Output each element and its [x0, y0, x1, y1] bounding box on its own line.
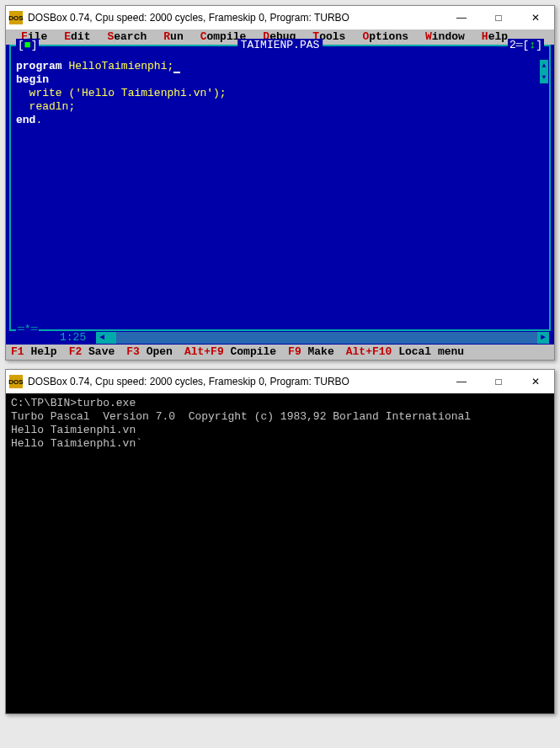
editor-filename: TAIMIENP.PAS — [237, 39, 323, 52]
console-line: C:\TP\BIN>turbo.exe — [11, 397, 136, 409]
code-editor[interactable]: program HelloTaimienphi; begin write ('H… — [11, 60, 549, 329]
vertical-scrollbar[interactable]: ▲ ▼ — [540, 60, 548, 328]
close-button[interactable]: ✕ — [517, 370, 554, 393]
menu-window[interactable]: Window — [417, 30, 473, 44]
status-compile[interactable]: Alt+F9 Compile — [184, 345, 276, 359]
close-button[interactable]: ✕ — [517, 6, 554, 29]
maximize-button[interactable]: □ — [480, 6, 517, 29]
console-line: Hello Taimienphi.vn — [11, 424, 136, 436]
status-localmenu[interactable]: Alt+F10 Local menu — [346, 345, 464, 359]
minimize-button[interactable]: — — [443, 6, 480, 29]
minimize-button[interactable]: — — [443, 370, 480, 393]
menu-run[interactable]: Run — [155, 30, 191, 44]
console-output[interactable]: C:\TP\BIN>turbo.exe Turbo Pascal Version… — [6, 393, 554, 713]
menu-options[interactable]: Options — [354, 30, 417, 44]
status-make[interactable]: F9 Make — [288, 345, 334, 359]
console-window: DOS DOSBox 0.74, Cpu speed: 2000 cycles,… — [5, 369, 555, 714]
modified-marker: ═*═ — [16, 323, 39, 336]
editor-bottom-bar: 1:25 ◄ ► — [6, 331, 554, 345]
editor-window-number[interactable]: 2═[↕] — [508, 39, 544, 52]
console-line: Hello Taimienphi.vn` — [11, 437, 142, 450]
editor-close-marker[interactable]: [■] — [16, 39, 39, 52]
window-title: DOSBox 0.74, Cpu speed: 2000 cycles, Fra… — [28, 376, 443, 387]
scroll-left-icon[interactable]: ◄ — [96, 332, 108, 344]
status-help[interactable]: F1 Help — [11, 345, 57, 359]
scroll-thumb[interactable] — [108, 332, 116, 344]
status-save[interactable]: F2 Save — [69, 345, 115, 359]
window-title: DOSBox 0.74, Cpu speed: 2000 cycles, Fra… — [28, 12, 443, 24]
scroll-right-icon[interactable]: ► — [537, 332, 549, 344]
editor-frame: [■] TAIMIENP.PAS 2═[↕] program HelloTaim… — [6, 45, 554, 345]
menu-search[interactable]: Search — [99, 30, 155, 44]
scroll-up-icon[interactable]: ▲ — [540, 60, 548, 72]
dosbox-icon: DOS — [9, 375, 23, 388]
status-open[interactable]: F3 Open — [126, 345, 173, 359]
scroll-down-icon[interactable]: ▼ — [540, 72, 548, 83]
menu-edit[interactable]: Edit — [56, 30, 99, 44]
statusbar: F1 Help F2 Save F3 Open Alt+F9 Compile F… — [6, 345, 554, 360]
ide-window: DOS DOSBox 0.74, Cpu speed: 2000 cycles,… — [5, 5, 555, 361]
horizontal-scrollbar[interactable]: ◄ ► — [96, 332, 549, 344]
console-line: Turbo Pascal Version 7.0 Copyright (c) 1… — [11, 410, 471, 423]
text-cursor — [173, 72, 180, 73]
maximize-button[interactable]: □ — [480, 370, 517, 393]
titlebar-console[interactable]: DOS DOSBox 0.74, Cpu speed: 2000 cycles,… — [6, 370, 554, 393]
ide-area: File Edit Search Run Compile Debug Tools… — [6, 29, 554, 360]
dosbox-icon: DOS — [9, 11, 23, 24]
titlebar-ide[interactable]: DOS DOSBox 0.74, Cpu speed: 2000 cycles,… — [6, 6, 554, 29]
